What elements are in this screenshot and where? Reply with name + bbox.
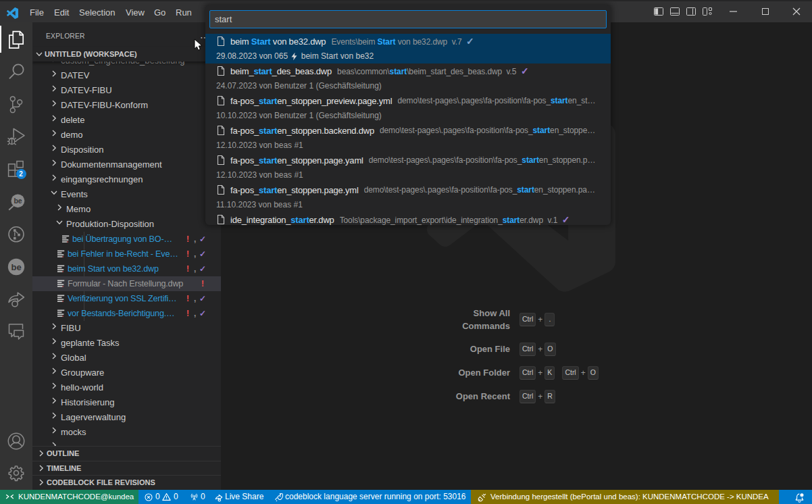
svg-text:be: be bbox=[14, 197, 22, 205]
svg-text:be: be bbox=[11, 262, 22, 272]
